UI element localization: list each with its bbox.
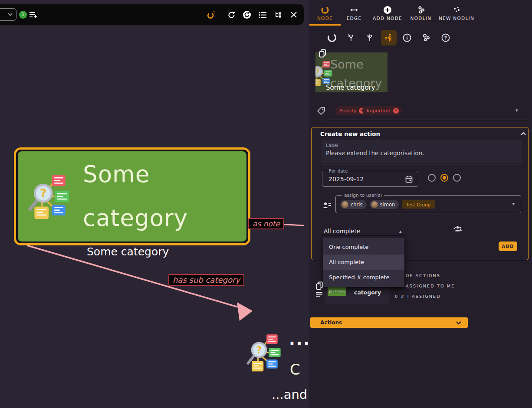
- radio-option-1[interactable]: [428, 174, 436, 182]
- count-badge: 1: [19, 11, 27, 19]
- tool-help-button[interactable]: ?: [438, 30, 453, 46]
- list-view-icon[interactable]: [258, 10, 267, 19]
- stat-of-actions: OF ACTIONS: [406, 273, 440, 278]
- tags-field[interactable]: Priority ✕ Important ✕ ▾: [309, 102, 532, 121]
- node-preview-card[interactable]: Some category Some category: [315, 50, 393, 96]
- user-chip-chris[interactable]: chris: [340, 200, 367, 209]
- edge-arrow-icon: [350, 6, 358, 14]
- label-field-label: Label: [326, 143, 338, 148]
- complete-select-menu: One complete All complete Specified # co…: [323, 238, 404, 287]
- route-a-icon: A: [346, 33, 355, 42]
- preview-caption: Some category: [326, 84, 375, 91]
- tool-bubbles-button[interactable]: [418, 30, 434, 46]
- for-date-field[interactable]: For date 2025-09-12: [322, 171, 418, 187]
- spinner-icon: [327, 33, 337, 42]
- tool-info-button[interactable]: [399, 30, 415, 46]
- tags-underline: [329, 120, 529, 120]
- menu-option-all-complete[interactable]: All complete: [323, 255, 404, 270]
- node-body: Some category: [18, 151, 246, 242]
- playlist-add-icon[interactable]: [29, 10, 37, 19]
- edge-label-has-sub-category[interactable]: has sub category: [168, 274, 244, 286]
- create-action-title: Create new action: [320, 131, 380, 137]
- tag-label: Important: [367, 108, 391, 114]
- user-chip-simon[interactable]: simon: [370, 200, 399, 209]
- assign-groups-icon[interactable]: [453, 225, 463, 233]
- remove-tag-icon[interactable]: ✕: [393, 108, 399, 114]
- avatar: [371, 201, 378, 208]
- radio-option-2-selected[interactable]: [440, 174, 448, 182]
- label-field-value: Please extend the categorisation.: [326, 150, 424, 157]
- layout-select[interactable]: [0, 8, 16, 21]
- category-icon: [328, 289, 332, 294]
- tool-auto-layout-button[interactable]: A: [343, 30, 358, 46]
- tool-actions-button[interactable]: [381, 30, 397, 46]
- chevron-down-icon: [8, 13, 13, 16]
- complete-select[interactable]: All complete: [324, 228, 360, 235]
- assign-dropdown-caret-icon[interactable]: ▾: [512, 201, 515, 207]
- node-title: Some category: [83, 153, 226, 240]
- add-action-button[interactable]: ADD: [499, 242, 517, 251]
- group-chip-test-group[interactable]: Test Group: [402, 200, 435, 209]
- thumbnail-text: category: [333, 290, 346, 293]
- actions-accordion-label: Actions: [320, 317, 342, 328]
- edge-arrowhead-icon: [237, 302, 253, 321]
- drag-handle-icon[interactable]: [315, 291, 323, 297]
- user-name: chris: [351, 202, 363, 208]
- tab-edge[interactable]: EDGE: [341, 6, 368, 21]
- tag-label: Priority: [339, 108, 356, 114]
- collapse-chevron-up-icon[interactable]: [520, 132, 526, 136]
- date-field-label: For date: [327, 168, 350, 173]
- tag-icon: [317, 107, 325, 115]
- tool-spinner-button[interactable]: [324, 30, 340, 46]
- svg-text:1: 1: [213, 11, 215, 15]
- actions-accordion[interactable]: Actions: [310, 317, 468, 328]
- assign-user-icon: [323, 201, 332, 209]
- info-icon: [402, 33, 412, 42]
- nodlin-bubbles-icon: [417, 6, 425, 14]
- add-circle-icon: [383, 6, 392, 14]
- history-icon[interactable]: [243, 10, 251, 19]
- menu-option-one-complete[interactable]: One complete: [323, 239, 404, 255]
- partial-node-category-icon[interactable]: [246, 332, 283, 373]
- category-icon: [27, 172, 72, 221]
- partial-node-caption: ...and: [272, 387, 307, 402]
- refresh-icon[interactable]: [227, 10, 236, 19]
- tags-dropdown-caret-icon[interactable]: ▾: [516, 108, 518, 113]
- graph-canvas[interactable]: Some category Some category as note has …: [0, 0, 309, 408]
- detail-panel: NODE EDGE ADD NODE NODLIN NEW NO: [309, 0, 532, 408]
- close-icon[interactable]: [289, 10, 298, 19]
- radio-option-3[interactable]: [453, 174, 461, 182]
- calendar-icon[interactable]: [405, 176, 413, 183]
- tab-node[interactable]: NODE: [313, 6, 337, 21]
- tag-chip-important[interactable]: Important ✕: [362, 106, 402, 115]
- route-split-icon: [365, 33, 374, 42]
- help-icon: ?: [441, 33, 450, 42]
- copy-icon[interactable]: [316, 281, 324, 290]
- avatar: [342, 201, 348, 208]
- edge-label-has-note[interactable]: as note: [248, 218, 284, 229]
- tab-new-nodlin[interactable]: NEW NODLIN: [437, 6, 476, 21]
- action-item-label: category: [354, 289, 381, 296]
- copy-icon[interactable]: [319, 49, 327, 58]
- select-underline: [323, 236, 405, 236]
- tool-route-button[interactable]: [362, 30, 378, 46]
- tree-view-icon[interactable]: [274, 10, 282, 19]
- action-node-thumbnail: category: [328, 287, 346, 296]
- bubbles-icon: [421, 33, 431, 42]
- node-loop-badge-icon[interactable]: 1: [207, 10, 216, 19]
- node-loop-icon: [321, 6, 329, 14]
- node-some-category[interactable]: Some category: [14, 147, 250, 245]
- tab-add-node[interactable]: ADD NODE: [370, 6, 405, 21]
- date-field-value: 2025-09-12: [328, 176, 364, 183]
- partial-node-dots: ...: [289, 330, 311, 348]
- canvas-toolbar: 1 1: [0, 4, 304, 25]
- select-caret-up-icon[interactable]: ▴: [399, 228, 402, 234]
- menu-option-specified-complete[interactable]: Specified # complete: [323, 270, 404, 285]
- assign-users-field[interactable]: assign to user(s) chris simon Test Group…: [335, 195, 521, 213]
- tab-nodlin[interactable]: NODLIN: [408, 6, 433, 21]
- active-tab-indicator: [309, 24, 341, 26]
- new-nodlin-dots-icon: [452, 6, 461, 14]
- user-name: simon: [380, 202, 395, 208]
- action-label-field[interactable]: Label Please extend the categorisation.: [321, 140, 522, 164]
- runner-icon: [384, 33, 394, 42]
